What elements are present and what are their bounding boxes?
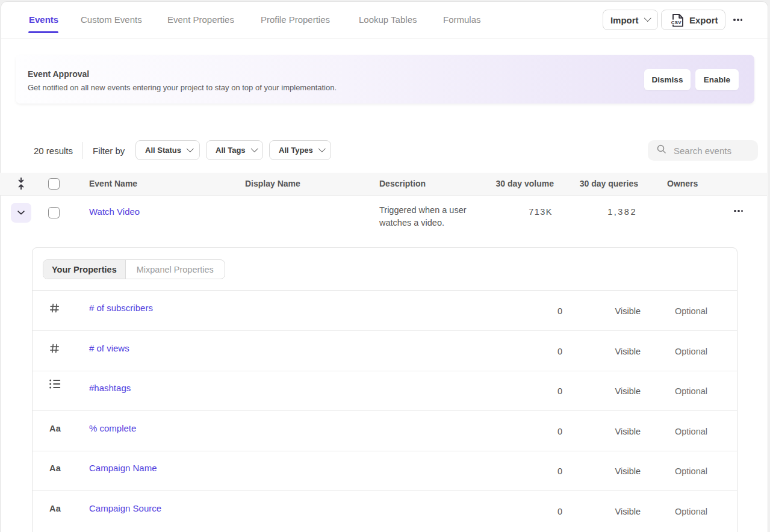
svg-text:CSV: CSV [671, 20, 682, 25]
